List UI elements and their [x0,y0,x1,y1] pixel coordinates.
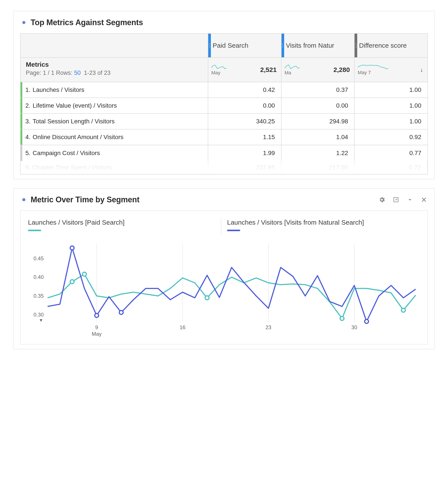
svg-text:0.45: 0.45 [33,255,44,261]
svg-text:0.40: 0.40 [33,274,44,280]
cell-value: 237.85 [208,161,281,174]
cell-value: 0.00 [282,98,355,113]
cell-value: 0.72 [354,161,427,174]
line-chart[interactable]: 0.300.350.400.45▼9162330May [28,239,420,340]
metrics-label: Metrics [26,61,203,68]
cell-value: 1.00 [355,114,427,129]
panel-dot-icon [22,198,25,201]
sparkline-icon [358,64,388,69]
table-row[interactable]: 1. Launches / Visitors0.420.371.00 [21,82,427,98]
table-row[interactable]: 3. Total Session Length / Visitors340.25… [21,114,427,129]
cell-value: 217.00 [281,161,354,174]
page-prefix: Page: 1 / 1 Rows: [26,70,72,76]
row-accent-bar [21,114,22,129]
legend-swatch-icon [28,230,41,231]
svg-text:9: 9 [95,324,98,330]
sort-arrow-down-icon[interactable]: ↓ [420,66,423,73]
cell-value: 1.99 [208,145,282,161]
aggregate-difference[interactable]: May 7 ↓ [355,58,427,82]
row-accent-bar [21,145,22,161]
close-icon[interactable] [420,196,428,204]
svg-text:0.30: 0.30 [33,312,44,318]
svg-point-14 [70,280,74,284]
cell-value: 0.37 [282,82,355,97]
row-index: 1. [25,86,31,94]
svg-text:30: 30 [351,324,357,330]
svg-point-19 [70,246,74,250]
expand-icon[interactable] [392,196,400,204]
cell-value: 340.25 [208,114,282,129]
column-handle-icon[interactable] [282,34,284,57]
row-label: Campaign Cost / Visitors [32,150,100,156]
svg-point-17 [340,316,344,320]
cell-name: 6. Chapter Time Spent / Visitors [21,161,208,174]
row-index: 6. [25,164,31,171]
cell-value: 1.04 [282,129,355,145]
column-visits-natural[interactable]: Visits from Natur [282,34,355,57]
table-row-faded: 6. Chapter Time Spent / Visitors 237.85 … [21,161,427,174]
svg-point-18 [401,308,405,312]
panel-dot-icon [22,21,25,24]
svg-point-15 [82,272,86,276]
column-handle-icon[interactable] [355,34,357,57]
cell-value: 0.92 [355,129,427,145]
range-info: 1-23 of 23 [84,70,111,76]
cell-value: 294.98 [282,114,355,129]
sparkline-wrap: May 7 [358,64,388,76]
gear-icon[interactable] [378,196,386,204]
panel1-header: Top Metrics Against Segments [20,18,428,27]
panel-top-metrics: Top Metrics Against Segments Paid Search… [13,11,435,179]
row-label: Online Discount Amount / Visitors [32,134,123,141]
row-accent-bar [21,129,22,145]
cell-name: 4. Online Discount Amount / Visitors [21,129,208,145]
spark-label: May 7 [358,70,371,76]
legend-label: Launches / Visitors [Visits from Natural… [227,219,420,226]
page-info: Page: 1 / 1 Rows: 50 1-23 of 23 [26,70,203,76]
sparkline-wrap: May [211,64,227,76]
cell-value: 1.00 [355,82,427,97]
cell-value: 0.77 [355,145,427,161]
panel-metric-over-time: Metric Over Time by Segment Launches / V… [13,188,435,349]
column-difference-score[interactable]: Difference score [355,34,427,57]
row-label: Lifetime Value (event) / Visitors [32,102,117,109]
metrics-table: Paid Search Visits from Natur Difference… [20,33,428,174]
header-spacer [21,34,208,57]
spark-label: May [211,70,221,76]
svg-text:16: 16 [180,324,186,330]
sparkline-wrap: Ma [285,64,300,76]
cell-name: 2. Lifetime Value (event) / Visitors [21,98,208,113]
svg-point-21 [119,310,123,314]
aggregate-natural-search: Ma 2,280 [282,58,355,82]
table-header-aggregates: Metrics Page: 1 / 1 Rows: 50 1-23 of 23 … [21,58,427,82]
svg-text:23: 23 [266,324,272,330]
svg-point-20 [95,313,99,317]
cell-value: 1.15 [208,129,282,145]
column-label: Difference score [359,42,407,49]
chevron-down-icon[interactable] [406,196,414,204]
legend-item-paid[interactable]: Launches / Visitors [Paid Search] [28,218,221,235]
panel2-header: Metric Over Time by Segment [20,195,428,204]
svg-point-16 [205,296,209,300]
table-row[interactable]: 4. Online Discount Amount / Visitors1.15… [21,129,427,145]
table-row[interactable]: 2. Lifetime Value (event) / Visitors0.00… [21,98,427,114]
row-index: 4. [25,134,31,141]
row-index: 2. [25,102,31,109]
column-paid-search[interactable]: Paid Search [208,34,282,57]
legend-item-natural[interactable]: Launches / Visitors [Visits from Natural… [221,218,420,235]
column-handle-icon[interactable] [208,34,211,57]
column-label: Visits from Natur [286,42,334,49]
metrics-header: Metrics Page: 1 / 1 Rows: 50 1-23 of 23 [21,58,208,82]
svg-text:0.35: 0.35 [33,293,44,299]
spark-label: Ma [285,70,291,76]
table-row[interactable]: 5. Campaign Cost / Visitors1.991.220.77 [21,145,427,161]
legend-label: Launches / Visitors [Paid Search] [28,219,221,226]
row-label: Total Session Length / Visitors [32,118,115,125]
legend-swatch-icon [227,230,240,231]
panel-toolbar [378,196,428,204]
rows-count[interactable]: 50 [74,70,81,76]
cell-name: 1. Launches / Visitors [21,82,208,97]
table-header-columns: Paid Search Visits from Natur Difference… [21,34,427,58]
legend: Launches / Visitors [Paid Search] Launch… [28,218,420,235]
column-label: Paid Search [213,42,248,49]
cell-value: 0.00 [208,98,282,113]
